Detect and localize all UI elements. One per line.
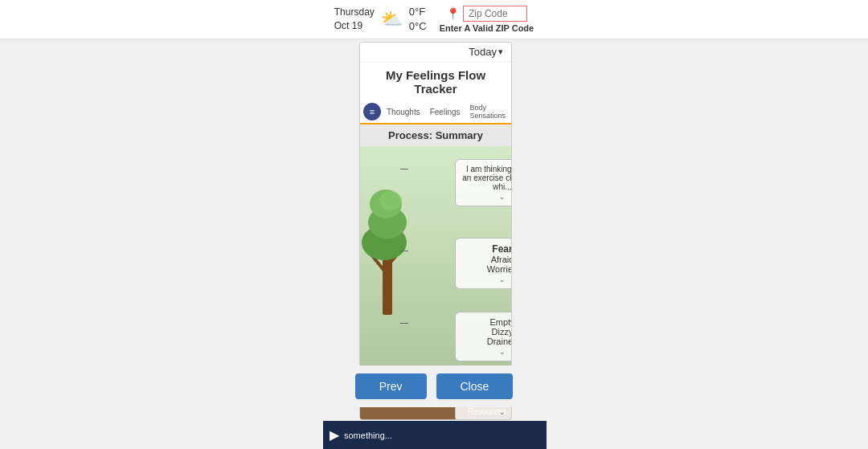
temp-f: 0°F [409,6,425,18]
card-header: Today ▾ [360,43,511,62]
today-label[interactable]: Today [469,46,497,58]
connector-1 [400,169,408,169]
tree-svg [360,154,420,331]
flow-item-fear-title: Fear [462,243,511,255]
flow-item-fear-chevron: ⌄ [462,276,511,284]
date-line1: Thursday [334,6,375,18]
process-section: Process: Summary [360,124,511,146]
flow-item-thoughts-text: I am thinking to start an exercise chall… [462,165,511,191]
media-bar: ▶ something... [323,421,547,449]
zip-error: Enter A Valid ZIP Code [440,23,534,33]
zip-input[interactable] [463,6,527,22]
weather-date: Thursday Oct 19 [334,6,375,33]
flow-item-actions-chevron: ⌄ [462,408,511,416]
tab-body-sensations[interactable]: BodySensations [466,102,510,121]
svg-point-6 [379,191,402,210]
tab-actions[interactable]: Actions [511,106,512,118]
main-card: Today ▾ My Feelings Flow Tracker ≡ Thoug… [359,42,512,420]
svg-rect-0 [383,251,392,315]
menu-icon[interactable]: ≡ [363,103,381,120]
weather-icon: ⛅ [381,9,403,30]
bottom-buttons: Prev Close [0,365,868,407]
play-icon[interactable]: ▶ [330,427,339,443]
weather-info: Thursday Oct 19 ⛅ 0°F 0°C [334,5,427,34]
close-button[interactable]: Close [436,373,514,399]
date-line2: Oct 19 [334,20,362,31]
zip-row: 📍 [446,6,527,22]
connector-2 [400,251,408,251]
flow-item-empty: Empty [462,317,511,327]
connector-3 [400,323,408,324]
process-title: Process: Summary [368,129,503,141]
flow-item-thoughts[interactable]: I am thinking to start an exercise chall… [455,159,511,206]
flow-item-dizzy: Dizzy [462,327,511,337]
temp-c: 0°C [409,20,427,32]
tab-bar: ≡ Thoughts Feelings BodySensations Actio… [360,100,511,124]
prev-button[interactable]: Prev [355,373,427,399]
flow-item-drained: Drained [462,337,511,346]
media-text: something... [344,431,392,440]
top-bar: Thursday Oct 19 ⛅ 0°F 0°C 📍 Enter A Vali… [0,0,868,39]
flow-item-thoughts-chevron: ⌄ [462,193,511,201]
tab-thoughts[interactable]: Thoughts [383,106,424,118]
tab-feelings[interactable]: Feelings [426,106,465,118]
location-icon: 📍 [446,7,460,20]
today-chevron[interactable]: ▾ [498,47,503,57]
card-title: My Feelings Flow Tracker [360,62,511,100]
weather-temp: 0°F 0°C [409,5,427,34]
flow-item-worried: Worried [462,264,511,274]
flow-item-afraid: Afraid [462,255,511,264]
flow-item-body[interactable]: Empty Dizzy Drained ⌄ [455,312,511,361]
flow-item-fear[interactable]: Fear Afraid Worried ⌄ [455,238,511,289]
flow-item-body-chevron: ⌄ [462,348,511,356]
zip-section: 📍 Enter A Valid ZIP Code [440,6,534,33]
